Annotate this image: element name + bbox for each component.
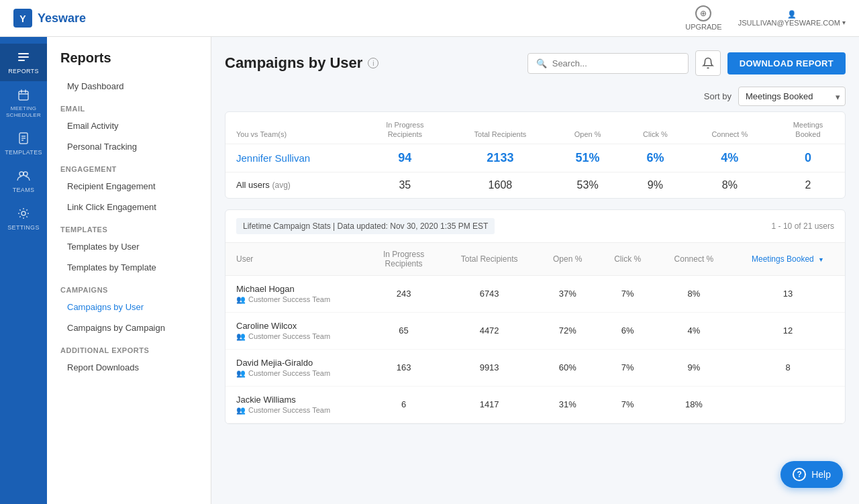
summary-user-link[interactable]: Jennifer Sullivan bbox=[236, 152, 310, 164]
data-table: User In ProgressRecipients Total Recipie… bbox=[225, 243, 845, 423]
team-name: 👥 Customer Success Team bbox=[236, 332, 355, 341]
nav-link-campaigns-by-user[interactable]: Campaigns by User bbox=[47, 297, 211, 317]
summary-row-all-users: All users (avg) 35 1608 53% 9% 8% 2 bbox=[225, 172, 845, 198]
meetings-booked bbox=[731, 386, 845, 423]
page-title-row: Campaigns by User i bbox=[225, 54, 378, 72]
summary-avg-open: 53% bbox=[577, 179, 599, 191]
table-header-row: User In ProgressRecipients Total Recipie… bbox=[225, 243, 845, 276]
connect-pct: 18% bbox=[657, 386, 731, 423]
sidebar-item-teams[interactable]: TEAMS bbox=[0, 162, 47, 200]
main-content: Campaigns by User i 🔍 DOWNLOAD REPORT bbox=[211, 37, 859, 504]
team-icon: 👥 bbox=[236, 295, 246, 304]
nav-section-email: EMAIL bbox=[47, 97, 211, 115]
all-users-avg-label: (avg) bbox=[272, 181, 290, 190]
open-pct: 72% bbox=[537, 312, 598, 349]
user-name: Jackie Williams bbox=[236, 395, 355, 405]
teams-icon bbox=[17, 169, 30, 185]
nav-link-link-click-engagement[interactable]: Link Click Engagement bbox=[47, 197, 211, 217]
svg-text:Y: Y bbox=[19, 13, 26, 24]
summary-avg-connect: 8% bbox=[722, 179, 738, 191]
team-icon: 👥 bbox=[236, 332, 246, 341]
main-layout: REPORTS MEETINGSCHEDULER TEMPLATES TEAMS… bbox=[0, 37, 859, 504]
svg-point-13 bbox=[19, 172, 23, 176]
summary-avg-meetings: 2 bbox=[805, 179, 811, 191]
table-col-total: Total Recipients bbox=[442, 243, 537, 276]
meetings-booked: 12 bbox=[731, 312, 845, 349]
table-row: Caroline Wilcox 👥 Customer Success Team … bbox=[225, 312, 845, 349]
total-recipients: 9913 bbox=[442, 349, 537, 386]
sort-arrow-down: ▼ bbox=[818, 256, 824, 263]
connect-pct: 4% bbox=[657, 312, 731, 349]
left-nav-title: Reports bbox=[47, 50, 211, 76]
sidebar-label-teams: TEAMS bbox=[13, 187, 35, 193]
table-col-click: Click % bbox=[598, 243, 656, 276]
sort-label: Sort by bbox=[704, 91, 731, 101]
nav-link-templates-by-user[interactable]: Templates by User bbox=[47, 236, 211, 257]
search-input[interactable] bbox=[552, 58, 680, 68]
summary-user-connect: 4% bbox=[721, 151, 738, 164]
summary-card: You vs Team(s) In ProgressRecipients Tot… bbox=[225, 111, 846, 199]
click-pct: 7% bbox=[598, 275, 656, 312]
data-card-header: Lifetime Campaign Stats | Data updated: … bbox=[225, 210, 845, 243]
sidebar-item-settings[interactable]: SETTINGS bbox=[0, 200, 47, 238]
sort-select[interactable]: Meetings Booked Open % Click % Connect %… bbox=[738, 87, 846, 106]
table-col-meetings[interactable]: Meetings Booked ▼ bbox=[731, 243, 845, 276]
in-progress: 163 bbox=[366, 349, 442, 386]
summary-col-you-vs-team: You vs Team(s) bbox=[225, 112, 362, 144]
table-row: Michael Hogan 👥 Customer Success Team 24… bbox=[225, 275, 845, 312]
sidebar-item-meeting-scheduler[interactable]: MEETINGSCHEDULER bbox=[0, 81, 47, 125]
table-body: Michael Hogan 👥 Customer Success Team 24… bbox=[225, 275, 845, 423]
summary-user-in-progress: 94 bbox=[398, 151, 411, 164]
notification-button[interactable] bbox=[695, 50, 721, 76]
user-avatar-icon: 👤 bbox=[787, 10, 797, 19]
user-menu[interactable]: 👤 JSULLIVAN@YESWARE.COM ▾ bbox=[738, 10, 846, 27]
nav-link-my-dashboard[interactable]: My Dashboard bbox=[47, 76, 211, 97]
top-nav-right: ⊕ UPGRADE 👤 JSULLIVAN@YESWARE.COM ▾ bbox=[685, 5, 846, 31]
svg-rect-5 bbox=[19, 91, 28, 100]
nav-section-engagement: ENGAGEMENT bbox=[47, 157, 211, 176]
sidebar-item-reports[interactable]: REPORTS bbox=[0, 44, 47, 81]
logo[interactable]: Y Yesware bbox=[13, 9, 86, 28]
team-name: 👥 Customer Success Team bbox=[236, 295, 355, 304]
reports-icon bbox=[17, 50, 30, 66]
all-users-label: All users bbox=[236, 180, 272, 190]
nav-section-additional-exports: ADDITIONAL EXPORTS bbox=[47, 338, 211, 357]
help-button[interactable]: ? Help bbox=[780, 461, 843, 488]
data-card: Lifetime Campaign Stats | Data updated: … bbox=[225, 209, 846, 424]
summary-col-total-recipients: Total Recipients bbox=[448, 112, 553, 144]
total-recipients: 6743 bbox=[442, 275, 537, 312]
connect-pct: 8% bbox=[657, 275, 731, 312]
user-name: David Mejia-Giraldo bbox=[236, 358, 355, 368]
nav-link-campaigns-by-campaign[interactable]: Campaigns by Campaign bbox=[47, 317, 211, 338]
upgrade-button[interactable]: ⊕ UPGRADE bbox=[685, 5, 721, 31]
sort-row: Sort by Meetings Booked Open % Click % C… bbox=[225, 87, 846, 106]
summary-table: You vs Team(s) In ProgressRecipients Tot… bbox=[225, 112, 845, 198]
nav-link-personal-tracking[interactable]: Personal Tracking bbox=[47, 136, 211, 157]
team-name: 👥 Customer Success Team bbox=[236, 406, 355, 415]
help-label: Help bbox=[811, 469, 831, 480]
data-card-subtitle: Lifetime Campaign Stats | Data updated: … bbox=[236, 218, 495, 234]
sidebar-item-templates[interactable]: TEMPLATES bbox=[0, 125, 47, 162]
nav-link-email-activity[interactable]: Email Activity bbox=[47, 115, 211, 136]
table-col-in-progress: In ProgressRecipients bbox=[366, 243, 442, 276]
user-email: JSULLIVAN@YESWARE.COM bbox=[738, 19, 840, 27]
logo-text: Yesware bbox=[38, 11, 86, 26]
summary-user-open: 51% bbox=[576, 151, 600, 164]
summary-col-in-progress: In ProgressRecipients bbox=[362, 112, 448, 144]
summary-col-meetings: MeetingsBooked bbox=[771, 112, 845, 144]
user-name: Caroline Wilcox bbox=[236, 321, 355, 331]
nav-link-recipient-engagement[interactable]: Recipient Engagement bbox=[47, 176, 211, 197]
left-nav-panel: Reports My Dashboard EMAIL Email Activit… bbox=[47, 37, 211, 504]
bell-icon bbox=[702, 57, 714, 69]
svg-rect-3 bbox=[18, 56, 29, 58]
summary-user-meetings: 0 bbox=[805, 151, 811, 164]
table-col-user: User bbox=[225, 243, 366, 276]
connect-pct: 9% bbox=[657, 349, 731, 386]
download-report-button[interactable]: DOWNLOAD REPORT bbox=[727, 52, 846, 74]
page-title: Campaigns by User bbox=[225, 54, 362, 72]
click-pct: 7% bbox=[598, 386, 656, 423]
templates-icon bbox=[17, 132, 30, 147]
info-icon[interactable]: i bbox=[368, 58, 378, 68]
nav-link-report-downloads[interactable]: Report Downloads bbox=[47, 357, 211, 378]
nav-link-templates-by-template[interactable]: Templates by Template bbox=[47, 257, 211, 278]
